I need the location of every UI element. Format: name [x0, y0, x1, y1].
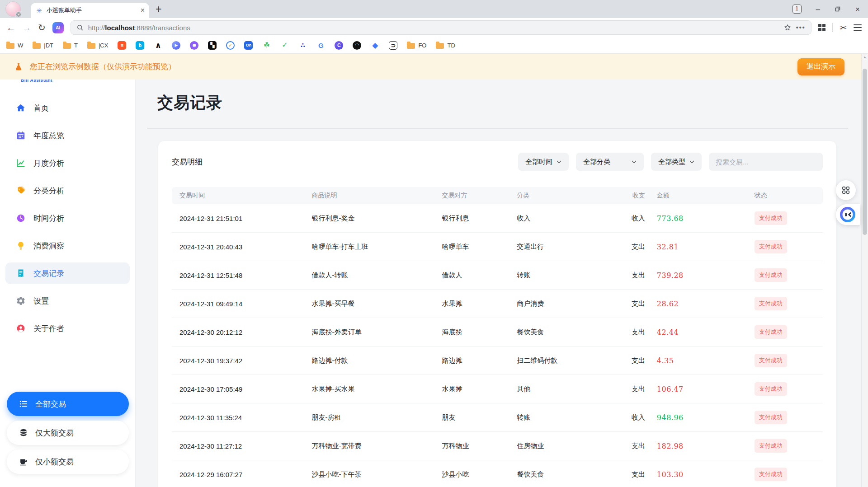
- main-content: 交易记录 交易明细 全部时间 全部分类 全部类型 交易: [136, 80, 868, 487]
- bookmark-td[interactable]: TD: [436, 42, 455, 49]
- reload-button[interactable]: ↻: [38, 23, 46, 32]
- floating-apps-widget[interactable]: [836, 180, 856, 200]
- bookmark-c[interactable]: C: [335, 41, 343, 50]
- sidebar-item-label: 设置: [33, 296, 49, 306]
- bookmark-checkbadge[interactable]: ✓: [226, 41, 235, 50]
- quick-filter-all-button[interactable]: 全部交易: [7, 392, 129, 416]
- cell-amount: 32.81: [657, 243, 755, 251]
- status-badge: 支付成功: [755, 297, 787, 310]
- column-header: 金额: [657, 192, 755, 200]
- ai-assistant-button[interactable]: AI: [52, 22, 64, 33]
- cell-category: 住房物业: [517, 442, 621, 450]
- screenshot-scissors-icon[interactable]: ✂: [840, 23, 847, 33]
- folder-icon: [407, 43, 415, 49]
- bookmark-leaf[interactable]: ☘: [262, 41, 271, 50]
- type-filter-select[interactable]: 全部类型: [651, 153, 702, 171]
- cell-counterparty: 借款人: [442, 271, 517, 280]
- category-filter-select[interactable]: 全部分类: [576, 153, 644, 171]
- window-close-button[interactable]: ×: [855, 5, 860, 13]
- cell-time: 2024-12-31 21:51:01: [172, 215, 312, 222]
- new-tab-button[interactable]: +: [156, 4, 161, 14]
- bookmark-dt[interactable]: |DT: [33, 42, 53, 49]
- sidebar-item-monthly[interactable]: 月度分析: [5, 152, 130, 174]
- status-badge: 支付成功: [755, 439, 787, 453]
- more-options-icon[interactable]: •••: [796, 24, 806, 31]
- bookmark-bilibili[interactable]: b: [136, 41, 144, 50]
- back-button[interactable]: ←: [6, 23, 15, 32]
- cell-amount: 948.96: [657, 413, 755, 422]
- bookmark-toutiao[interactable]: ≡: [118, 41, 126, 50]
- page-scrollbar[interactable]: ▲: [861, 54, 868, 487]
- window-minimize-button[interactable]: –: [816, 5, 820, 13]
- sidebar-item-home[interactable]: 首页: [5, 97, 130, 119]
- table-row: 2024-12-30 20:12:12海底捞-外卖订单海底捞餐饮美食支出42.4…: [172, 318, 823, 347]
- sidebar-item-insight[interactable]: 消费洞察: [5, 235, 130, 257]
- status-badge: 支付成功: [755, 211, 787, 225]
- bookmark-t[interactable]: T: [63, 42, 78, 49]
- sidebar-item-annual[interactable]: 年度总览: [5, 125, 130, 146]
- transactions-card: 交易明细 全部时间 全部分类 全部类型 交易时间商品说明交易对方分类收支金额状态: [158, 141, 836, 487]
- cell-amount: 4.35: [657, 356, 755, 365]
- arrow-box-icon: ⊃: [389, 41, 397, 50]
- bookmark-caret[interactable]: ∧: [154, 41, 162, 50]
- cell-amount: 739.28: [657, 271, 755, 280]
- cell-amount: 106.47: [657, 385, 755, 393]
- cell-inout: 支出: [621, 328, 657, 337]
- tab-counter[interactable]: 1: [793, 5, 802, 14]
- browser-menu-icon[interactable]: [854, 24, 862, 31]
- cell-description: 水果摊-买水果: [312, 385, 442, 393]
- quick-filter-label: 仅小额交易: [35, 457, 74, 467]
- cell-amount: 773.68: [657, 214, 755, 223]
- sidebar-item-transactions[interactable]: 交易记录: [5, 262, 130, 284]
- bookmark-speaker[interactable]: ◠: [353, 41, 361, 50]
- bookmark-label: FO: [418, 42, 426, 49]
- bilibili-icon: b: [136, 41, 144, 50]
- bookmark-onenote[interactable]: On: [244, 41, 253, 50]
- bookmark-w[interactable]: W: [6, 42, 23, 49]
- forward-button[interactable]: →: [22, 23, 31, 32]
- browser-profile-avatar[interactable]: v: [5, 1, 21, 17]
- search-transactions-input[interactable]: [709, 153, 823, 171]
- checker-icon: ▚: [208, 41, 217, 50]
- bookmark-cx[interactable]: |CX: [87, 42, 108, 49]
- tab-close-icon[interactable]: ×: [141, 7, 145, 14]
- cell-amount: 182.98: [657, 442, 755, 450]
- exit-demo-button[interactable]: 退出演示: [797, 58, 844, 75]
- bookmark-robot[interactable]: ☻: [190, 41, 198, 50]
- bookmark-gem[interactable]: ◆: [371, 41, 379, 50]
- sidebar-item-time[interactable]: 时间分析: [5, 207, 130, 229]
- address-bar[interactable]: http://localhost:8888/transactions •••: [71, 20, 811, 35]
- cell-status: 支付成功: [755, 325, 823, 339]
- table-header-row: 交易时间商品说明交易对方分类收支金额状态: [172, 187, 823, 204]
- bookmark-baidu[interactable]: ∴: [298, 41, 307, 50]
- column-header: 交易时间: [172, 192, 312, 200]
- bookmark-checker[interactable]: ▚: [208, 41, 217, 50]
- sidebar-item-category[interactable]: 分类分析: [5, 180, 130, 201]
- quick-filter-large-button[interactable]: 仅大额交易: [7, 421, 129, 445]
- cell-description: 水果摊-买早餐: [312, 300, 442, 308]
- sidebar-item-label: 时间分析: [33, 213, 64, 224]
- bookmark-telegram[interactable]: ▶: [172, 41, 180, 50]
- apps-grid-icon[interactable]: [818, 24, 826, 32]
- bookmark-label: |CX: [99, 42, 108, 49]
- bookmark-star-icon[interactable]: [783, 23, 792, 32]
- time-filter-select[interactable]: 全部时间: [518, 153, 569, 171]
- window-restore-button[interactable]: [835, 5, 841, 13]
- scrollbar-thumb[interactable]: [863, 69, 867, 235]
- browser-tab[interactable]: ✳ 小遥账单助手 ×: [31, 3, 149, 18]
- sidebar: Bill Assistant 首页年度总览月度分析分类分析时间分析消费洞察交易记…: [0, 80, 136, 487]
- cell-category: 扫二维码付款: [517, 356, 621, 365]
- quick-filter-small-button[interactable]: 仅小额交易: [7, 450, 129, 474]
- bookmark-fo[interactable]: FO: [407, 42, 426, 49]
- bookmark-google[interactable]: G: [316, 41, 325, 50]
- floating-assistant-widget[interactable]: [836, 204, 860, 225]
- bookmark-key[interactable]: ✓: [280, 41, 289, 50]
- sidebar-item-about[interactable]: 关于作者: [5, 318, 130, 339]
- bookmark-arrowbox[interactable]: ⊃: [389, 41, 397, 50]
- receipt-icon: [16, 268, 26, 278]
- onenote-icon: On: [244, 41, 253, 50]
- table-row: 2024-12-30 19:37:42路边摊-付款路边摊扫二维码付款支出4.35…: [172, 347, 823, 375]
- cell-status: 支付成功: [755, 439, 823, 453]
- sidebar-item-settings[interactable]: 设置: [5, 290, 130, 312]
- scrollbar-up-icon[interactable]: ▲: [862, 54, 868, 61]
